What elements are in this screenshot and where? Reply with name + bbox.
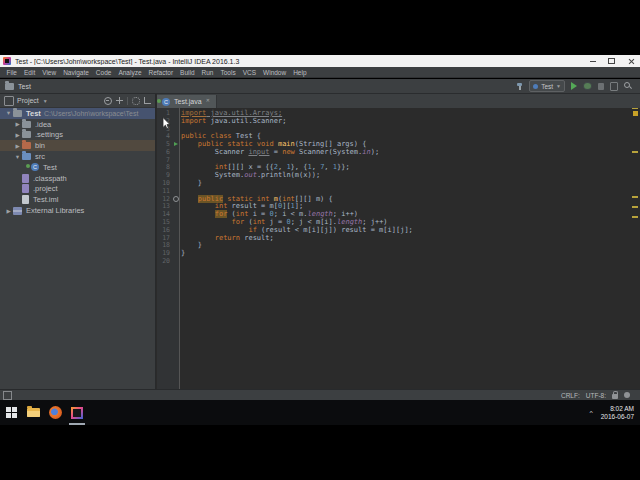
line-number: 5 xyxy=(157,140,172,148)
code-line[interactable]: 1import java.util.Arrays; xyxy=(157,109,640,117)
coverage-button[interactable] xyxy=(598,83,604,90)
warning-stripe-mark[interactable] xyxy=(632,108,638,109)
toolwindow-switcher-icon[interactable] xyxy=(3,391,12,400)
menu-run[interactable]: Run xyxy=(198,69,217,76)
gutter-spacer xyxy=(172,257,181,265)
tree-item-project[interactable]: .project xyxy=(0,184,155,195)
tree-item-test[interactable]: Test xyxy=(0,162,155,173)
collapse-all-icon[interactable] xyxy=(104,97,112,105)
tree-item-settings[interactable]: ▶.settings xyxy=(0,130,155,141)
expanded-arrow-icon[interactable]: ▼ xyxy=(4,110,13,116)
code-line[interactable]: 5 public static void main(String[] args)… xyxy=(157,140,640,148)
code-line[interactable]: 2import java.util.Scanner; xyxy=(157,117,640,125)
taskbar-clock[interactable]: 8:02 AM 2016-06-07 xyxy=(601,405,634,421)
toolbar-divider xyxy=(127,97,128,105)
gutter-spacer xyxy=(172,234,181,242)
scroll-from-source-icon[interactable] xyxy=(116,97,123,104)
maximize-button[interactable] xyxy=(602,55,621,67)
collapsed-arrow-icon[interactable]: ▶ xyxy=(13,132,22,138)
menu-file[interactable]: File xyxy=(3,69,20,76)
code-line[interactable]: 13 int result = m[0][1]; xyxy=(157,203,640,211)
code-line[interactable]: 15 for (int j = 0; j < m[i].length; j++) xyxy=(157,218,640,226)
file-iml-icon xyxy=(22,195,29,204)
code-line[interactable]: 19} xyxy=(157,249,640,257)
tree-item-src[interactable]: ▼src xyxy=(0,151,155,162)
breadcrumb[interactable]: Test xyxy=(5,82,516,90)
code-line[interactable]: 8 int[][] x = {{2, 1}, {1, 7, 1}}; xyxy=(157,164,640,172)
tray-expand-icon[interactable]: ^ xyxy=(589,410,592,416)
class-icon xyxy=(162,98,170,106)
collapsed-arrow-icon[interactable]: ▶ xyxy=(13,121,22,127)
make-project-icon[interactable] xyxy=(516,83,523,90)
warnings-indicator[interactable] xyxy=(633,111,638,116)
start-button[interactable] xyxy=(0,400,22,425)
project-panel-header: Project ▼ xyxy=(0,94,155,108)
firefox-button[interactable] xyxy=(44,400,66,425)
line-number: 9 xyxy=(157,171,172,179)
menu-view[interactable]: View xyxy=(39,69,60,76)
code-line[interactable]: 9 System.out.println(m(x)); xyxy=(157,171,640,179)
minimize-button[interactable] xyxy=(583,55,602,67)
gear-icon[interactable] xyxy=(132,97,140,105)
project-view-dropdown-icon[interactable]: ▼ xyxy=(43,98,104,104)
menu-window[interactable]: Window xyxy=(260,69,290,76)
run-button[interactable] xyxy=(571,82,577,90)
code-text: } xyxy=(181,179,202,187)
collapsed-arrow-icon[interactable]: ▶ xyxy=(13,143,22,149)
menu-vcs[interactable]: VCS xyxy=(239,69,259,76)
tab-close-icon[interactable] xyxy=(206,99,211,104)
code-line[interactable]: 18 } xyxy=(157,242,640,250)
console-button[interactable] xyxy=(610,82,618,91)
code-line[interactable]: 14 for (int i = 0; i < m.length; i++) xyxy=(157,210,640,218)
tree-item-test-iml[interactable]: Test.iml xyxy=(0,194,155,205)
menu-edit[interactable]: Edit xyxy=(20,69,38,76)
search-everywhere-icon[interactable] xyxy=(624,82,632,90)
run-configuration-select[interactable]: Test ▼ xyxy=(529,80,565,92)
gutter-marker-icon[interactable] xyxy=(172,195,181,203)
tree-item-test[interactable]: ▼TestC:\Users\John\workspace\Test xyxy=(0,108,155,119)
hide-panel-icon[interactable] xyxy=(144,97,151,104)
menu-navigate[interactable]: Navigate xyxy=(60,69,93,76)
folder-icon xyxy=(22,121,31,128)
close-button[interactable] xyxy=(621,55,640,67)
line-ending-widget[interactable]: CRLF: xyxy=(561,392,580,399)
menu-tools[interactable]: Tools xyxy=(217,69,239,76)
gutter-spacer xyxy=(172,226,181,234)
warning-stripe-mark[interactable] xyxy=(632,216,638,218)
window-controls xyxy=(583,55,640,67)
intellij-taskbar-button[interactable] xyxy=(66,400,88,425)
debug-button[interactable] xyxy=(583,82,592,90)
code-line[interactable]: 3 xyxy=(157,125,640,133)
code-line[interactable]: 12 public static int m(int[][] m) { xyxy=(157,195,640,203)
code-line[interactable]: 10 } xyxy=(157,179,640,187)
code-line[interactable]: 16 if (result < m[i][j]) result = m[i][j… xyxy=(157,226,640,234)
warning-stripe-mark[interactable] xyxy=(632,151,638,153)
encoding-widget[interactable]: UTF-8: xyxy=(586,392,606,399)
code-line[interactable]: 6 Scanner input = new Scanner(System.in)… xyxy=(157,148,640,156)
menu-code[interactable]: Code xyxy=(92,69,115,76)
tree-item-external-libraries[interactable]: ▶External Libraries xyxy=(0,205,155,216)
readonly-lock-icon[interactable] xyxy=(612,394,618,399)
tree-item-bin[interactable]: ▶bin xyxy=(0,140,155,151)
code-line[interactable]: 7 xyxy=(157,156,640,164)
collapsed-arrow-icon[interactable]: ▶ xyxy=(4,208,13,214)
menu-refactor[interactable]: Refactor xyxy=(145,69,177,76)
code-editor[interactable]: 1import java.util.Arrays;2import java.ut… xyxy=(157,108,640,389)
expanded-arrow-icon[interactable]: ▼ xyxy=(13,154,22,160)
editor-tab-testjava[interactable]: Test.java xyxy=(157,95,217,108)
warning-stripe-mark[interactable] xyxy=(632,206,638,208)
system-tray: ^ 8:02 AM 2016-06-07 xyxy=(589,405,634,421)
tree-item-idea[interactable]: ▶.idea xyxy=(0,119,155,130)
menu-analyze[interactable]: Analyze xyxy=(115,69,145,76)
warning-stripe-mark[interactable] xyxy=(632,196,638,198)
code-line[interactable]: 4public class Test { xyxy=(157,132,640,140)
menu-help[interactable]: Help xyxy=(290,69,310,76)
menu-build[interactable]: Build xyxy=(177,69,198,76)
code-line[interactable]: 11 xyxy=(157,187,640,195)
inspection-profile-icon[interactable] xyxy=(624,392,630,398)
tree-item-classpath[interactable]: .classpath xyxy=(0,173,155,184)
code-line[interactable]: 17 return result; xyxy=(157,234,640,242)
file-explorer-button[interactable] xyxy=(22,400,44,425)
run-method-icon[interactable] xyxy=(172,140,181,148)
code-line[interactable]: 20 xyxy=(157,257,640,265)
